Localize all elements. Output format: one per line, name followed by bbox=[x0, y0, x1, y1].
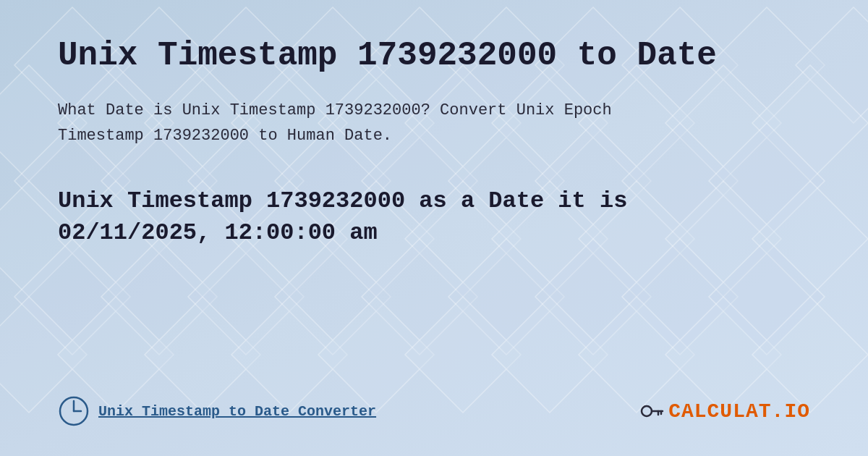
description-line1: What Date is Unix Timestamp 1739232000? … bbox=[58, 101, 612, 119]
footer-label[interactable]: Unix Timestamp to Date Converter bbox=[98, 403, 376, 420]
result-line1: Unix Timestamp 1739232000 as a Date it i… bbox=[58, 187, 627, 214]
footer-left[interactable]: Unix Timestamp to Date Converter bbox=[58, 395, 376, 427]
result-text: Unix Timestamp 1739232000 as a Date it i… bbox=[58, 185, 810, 250]
logo: CALCULAT.IO bbox=[638, 398, 810, 424]
footer: Unix Timestamp to Date Converter CALCULA… bbox=[58, 381, 810, 427]
logo-text: CALCULAT.IO bbox=[668, 400, 810, 423]
result-line2: 02/11/2025, 12:00:00 am bbox=[58, 219, 378, 246]
logo-icon bbox=[638, 398, 664, 424]
logo-text-accent: .IO bbox=[772, 400, 810, 423]
result-section: Unix Timestamp 1739232000 as a Date it i… bbox=[58, 185, 810, 250]
description: What Date is Unix Timestamp 1739232000? … bbox=[58, 98, 709, 148]
logo-text-main: CALCULAT bbox=[668, 400, 771, 423]
description-line2: Timestamp 1739232000 to Human Date. bbox=[58, 127, 392, 145]
page-title: Unix Timestamp 1739232000 to Date bbox=[58, 36, 810, 76]
svg-point-65 bbox=[642, 406, 652, 416]
clock-icon bbox=[58, 395, 90, 427]
